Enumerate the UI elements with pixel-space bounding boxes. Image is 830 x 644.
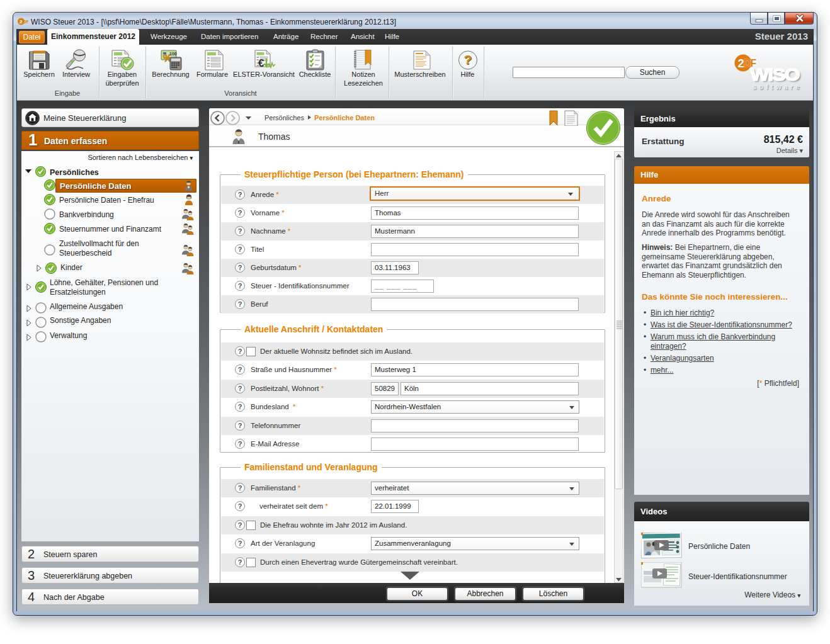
svg-text:DF: DF bbox=[23, 19, 28, 25]
svg-text:software: software bbox=[753, 83, 802, 91]
svg-text:2: 2 bbox=[738, 57, 744, 70]
svg-text:WISO: WISO bbox=[750, 65, 800, 84]
svg-text:€: € bbox=[258, 57, 264, 69]
svg-text:?: ? bbox=[464, 52, 472, 67]
